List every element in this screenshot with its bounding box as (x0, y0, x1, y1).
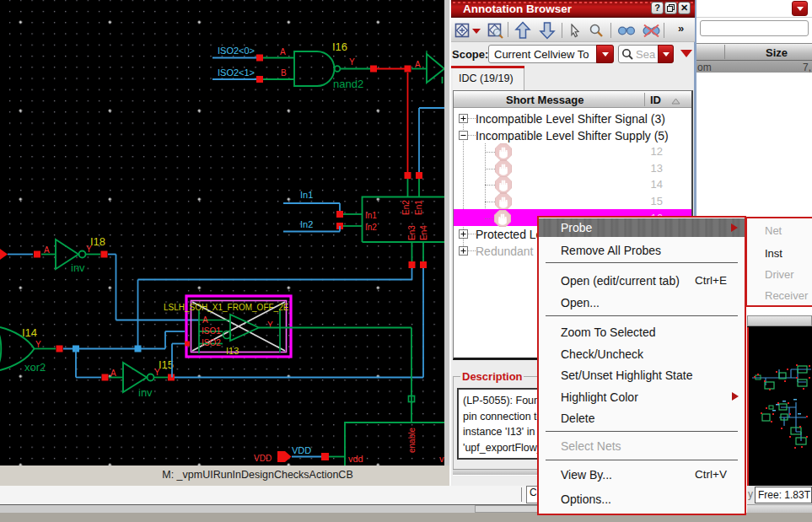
svg-text:enable: enable (407, 428, 417, 453)
svg-text:B: B (281, 68, 287, 78)
svg-text:VDD: VDD (254, 454, 272, 463)
svg-text:A: A (415, 60, 421, 69)
svg-text:In2: In2 (300, 219, 313, 229)
svg-text:nand2: nand2 (333, 78, 363, 90)
svg-text:A: A (44, 245, 50, 255)
svg-text:LSLH_SOH_X1_FROM_OFF_2E: LSLH_SOH_X1_FROM_OFF_2E (164, 303, 289, 312)
svg-text:En1: En1 (414, 200, 423, 215)
svg-text:En2: En2 (401, 200, 411, 215)
svg-text:In2: In2 (365, 223, 377, 232)
svg-text:En4: En4 (419, 225, 428, 240)
svg-text:ISO2: ISO2 (202, 338, 221, 347)
svg-text:A: A (110, 369, 116, 378)
svg-text:ISO2<0>: ISO2<0> (218, 46, 255, 56)
svg-text:I18: I18 (90, 235, 105, 248)
svg-text:Y: Y (35, 340, 41, 349)
svg-text:xor2: xor2 (24, 361, 46, 374)
svg-text:In1: In1 (365, 211, 377, 220)
svg-text:A: A (280, 47, 286, 57)
svg-text:inv: inv (71, 261, 85, 274)
svg-text:ISO2<1>: ISO2<1> (218, 67, 255, 78)
svg-text:En3: En3 (407, 225, 417, 240)
svg-text:In1: In1 (300, 190, 313, 200)
svg-text:ISO1: ISO1 (202, 326, 221, 336)
svg-text:inv: inv (138, 386, 153, 399)
svg-text:VDD: VDD (292, 445, 311, 455)
svg-text:I14: I14 (22, 326, 37, 339)
svg-text:A: A (202, 315, 208, 325)
svg-text:Y: Y (349, 57, 355, 67)
svg-text:I13: I13 (226, 346, 239, 356)
svg-text:vdd: vdd (348, 454, 363, 464)
svg-text:I16: I16 (332, 40, 347, 53)
